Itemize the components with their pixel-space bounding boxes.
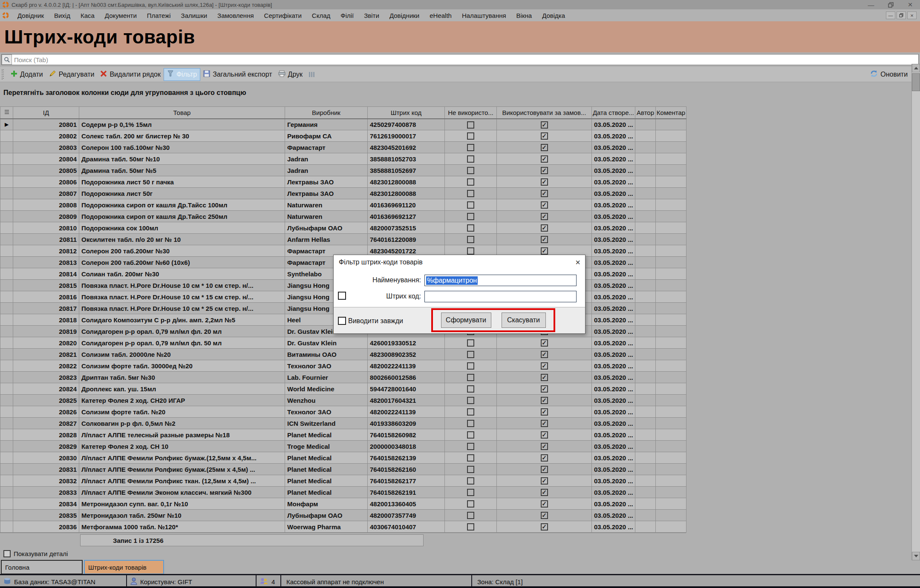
cell-comment[interactable] <box>656 383 686 395</box>
cell-comment[interactable] <box>656 257 686 268</box>
cell-comment[interactable] <box>656 326 686 337</box>
cell-author[interactable] <box>635 211 656 222</box>
cell-author[interactable] <box>635 510 656 521</box>
table-row[interactable]: 20808Подорожника сироп от кашля Др.Тайсс… <box>0 199 686 211</box>
cell-comment[interactable] <box>656 464 686 475</box>
mdi-minimize-button[interactable]: — <box>886 11 895 19</box>
table-row[interactable]: 20826Солизим форте табл. №20Технолог ЗАО… <box>0 406 686 418</box>
cell-manufacturer[interactable]: Planet Medical <box>285 429 368 441</box>
cell-use-for-order[interactable]: ✓ <box>497 119 592 130</box>
cell-use-for-order[interactable]: ✓ <box>497 452 592 464</box>
mdi-restore-button[interactable] <box>897 11 906 19</box>
cell-date-created[interactable]: 03.05.2020 ... <box>592 464 635 475</box>
cell-id[interactable]: 20829 <box>13 441 79 452</box>
cell-author[interactable] <box>635 130 656 142</box>
cell-product[interactable]: Л/пласт АЛПЕ телесный разные размеры №18 <box>79 429 285 441</box>
checkbox-checked[interactable]: ✓ <box>541 443 548 450</box>
cell-date-created[interactable]: 03.05.2020 ... <box>592 475 635 487</box>
cell-manufacturer[interactable]: Германия <box>285 119 368 130</box>
cell-author[interactable] <box>635 245 656 257</box>
cell-product[interactable]: Катетер Фолея 2 ход. СН 10 <box>79 441 285 452</box>
checkbox-checked[interactable]: ✓ <box>541 201 548 209</box>
cell-comment[interactable] <box>656 510 686 521</box>
cell-comment[interactable] <box>656 234 686 245</box>
cell-author[interactable] <box>635 521 656 533</box>
cell-manufacturer[interactable]: Лектравы ЗАО <box>285 176 368 188</box>
cell-manufacturer[interactable]: Jadran <box>285 153 368 165</box>
cell-not-used[interactable] <box>445 498 497 510</box>
table-row[interactable]: 20827Солковагин р-р фл. 0,5мл №2ICN Swit… <box>0 418 686 429</box>
menu-item[interactable]: Довідники <box>384 11 424 20</box>
cell-use-for-order[interactable]: ✓ <box>497 475 592 487</box>
columns-icon[interactable] <box>306 69 318 80</box>
cancel-button[interactable]: Скасувати <box>502 313 546 328</box>
cell-manufacturer[interactable]: Dr. Gustav Klein <box>285 337 368 349</box>
cell-comment[interactable] <box>656 429 686 441</box>
cell-product[interactable]: Повязка пласт. H.Pore Dr.House 10 см * 1… <box>79 291 285 303</box>
scroll-down-button[interactable] <box>912 552 920 560</box>
cell-not-used[interactable] <box>445 337 497 349</box>
cell-date-created[interactable]: 03.05.2020 ... <box>592 383 635 395</box>
cell-barcode[interactable]: 2000000348018 <box>368 441 445 452</box>
menu-item[interactable]: Документи <box>100 11 142 20</box>
cell-author[interactable] <box>635 291 656 303</box>
cell-comment[interactable] <box>656 406 686 418</box>
cell-date-created[interactable]: 03.05.2020 ... <box>592 441 635 452</box>
cell-date-created[interactable]: 03.05.2020 ... <box>592 211 635 222</box>
cell-date-created[interactable]: 03.05.2020 ... <box>592 119 635 130</box>
search-icon[interactable] <box>2 54 12 65</box>
filter-button[interactable]: Фільтр <box>164 68 200 81</box>
checkbox-checked[interactable]: ✓ <box>541 374 548 381</box>
cell-barcode[interactable]: 4820022241139 <box>368 406 445 418</box>
cell-barcode[interactable]: 4823008902352 <box>368 349 445 360</box>
table-row[interactable]: 20834Метронидазол супп. ваг. 0,1г №10Мон… <box>0 498 686 510</box>
cell-comment[interactable] <box>656 487 686 498</box>
cell-date-created[interactable]: 03.05.2020 ... <box>592 337 635 349</box>
cell-comment[interactable] <box>656 291 686 303</box>
cell-author[interactable] <box>635 222 656 234</box>
cell-id[interactable]: 20808 <box>13 199 79 211</box>
cell-not-used[interactable] <box>445 211 497 222</box>
cell-id[interactable]: 20823 <box>13 372 79 383</box>
cell-not-used[interactable] <box>445 510 497 521</box>
checkbox-checked[interactable]: ✓ <box>541 178 548 186</box>
column-header-comment[interactable]: Коментар <box>656 107 686 119</box>
cell-not-used[interactable] <box>445 475 497 487</box>
cell-id[interactable]: 20834 <box>13 498 79 510</box>
checkbox-unchecked[interactable] <box>467 213 474 220</box>
table-row[interactable]: 20810Подорожника сок 100млЛубныфарм ОАО4… <box>0 222 686 234</box>
cell-comment[interactable] <box>656 360 686 372</box>
cell-use-for-order[interactable]: ✓ <box>497 360 592 372</box>
cell-id[interactable]: 20818 <box>13 314 79 326</box>
cell-product[interactable]: Л/пласт АЛПЕ Фемили Ролфикс бумаж.(25мм … <box>79 464 285 475</box>
cell-manufacturer[interactable]: ICN Switzerland <box>285 418 368 429</box>
checkbox-checked[interactable]: ✓ <box>541 339 548 347</box>
cell-manufacturer[interactable]: Ривофарм СА <box>285 130 368 142</box>
checkbox-checked[interactable]: ✓ <box>541 397 548 404</box>
cell-use-for-order[interactable]: ✓ <box>497 406 592 418</box>
cell-not-used[interactable] <box>445 429 497 441</box>
checkbox-checked[interactable]: ✓ <box>541 466 548 473</box>
checkbox-unchecked[interactable] <box>467 201 474 209</box>
cell-product[interactable]: Метронидазол табл. 250мг №10 <box>79 510 285 521</box>
search-input[interactable]: Поиск (Tab) <box>1 54 919 65</box>
cell-use-for-order[interactable]: ✓ <box>497 199 592 211</box>
cell-comment[interactable] <box>656 199 686 211</box>
checkbox-checked[interactable]: ✓ <box>541 236 548 243</box>
cell-use-for-order[interactable]: ✓ <box>497 211 592 222</box>
menu-item[interactable]: Налаштування <box>457 11 511 20</box>
cell-author[interactable] <box>635 188 656 199</box>
checkbox-unchecked[interactable] <box>467 523 474 531</box>
cell-comment[interactable] <box>656 153 686 165</box>
cell-barcode[interactable]: 4820022241139 <box>368 360 445 372</box>
cell-id[interactable]: 20820 <box>13 337 79 349</box>
menu-item[interactable]: Філії <box>335 11 359 20</box>
checkbox-unchecked[interactable] <box>467 431 474 439</box>
cell-author[interactable] <box>635 383 656 395</box>
cell-comment[interactable] <box>656 222 686 234</box>
cell-author[interactable] <box>635 326 656 337</box>
tab-inactive[interactable]: Головна <box>1 560 83 574</box>
cell-barcode[interactable]: 4030674010407 <box>368 521 445 533</box>
dialog-close-icon[interactable]: × <box>571 255 585 270</box>
cell-barcode[interactable]: 4823012800088 <box>368 188 445 199</box>
